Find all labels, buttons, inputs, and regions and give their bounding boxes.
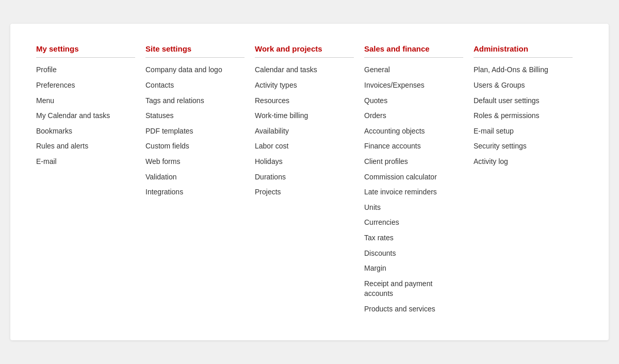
column-my-settings: My settingsProfilePreferencesMenuMy Cale… xyxy=(36,44,145,319)
column-heading-my-settings: My settings xyxy=(36,44,135,58)
menu-item-tax-rates[interactable]: Tax rates xyxy=(364,233,463,243)
menu-item-general[interactable]: General xyxy=(364,65,463,75)
menu-item-company-data-and-logo[interactable]: Company data and logo xyxy=(145,65,245,75)
menu-item-contacts[interactable]: Contacts xyxy=(145,80,245,91)
menu-item-receipt-and-payment-accounts[interactable]: Receipt and payment accounts xyxy=(364,279,463,299)
menu-item-my-calendar-and-tasks[interactable]: My Calendar and tasks xyxy=(36,111,135,121)
column-sales-and-finance: Sales and financeGeneralInvoices/Expense… xyxy=(364,44,474,319)
menu-item-units[interactable]: Units xyxy=(364,203,463,213)
menu-item-users-groups[interactable]: Users & Groups xyxy=(474,80,573,91)
menu-item-e-mail-setup[interactable]: E-mail setup xyxy=(474,126,573,137)
menu-item-preferences[interactable]: Preferences xyxy=(36,80,135,91)
menu-item-quotes[interactable]: Quotes xyxy=(364,96,463,106)
menu-item-profile[interactable]: Profile xyxy=(36,65,135,75)
menu-item-durations[interactable]: Durations xyxy=(255,172,354,183)
column-heading-sales-and-finance: Sales and finance xyxy=(364,44,463,58)
column-work-and-projects: Work and projectsCalendar and tasksActiv… xyxy=(255,44,364,319)
menu-item-bookmarks[interactable]: Bookmarks xyxy=(36,126,135,137)
settings-menu-card: My settingsProfilePreferencesMenuMy Cale… xyxy=(10,24,609,340)
column-heading-site-settings: Site settings xyxy=(145,44,245,58)
menu-item-availability[interactable]: Availability xyxy=(255,126,354,137)
menu-item-holidays[interactable]: Holidays xyxy=(255,157,354,167)
column-heading-administration: Administration xyxy=(474,44,573,58)
menu-item-projects[interactable]: Projects xyxy=(255,187,354,197)
menu-item-client-profiles[interactable]: Client profiles xyxy=(364,157,463,167)
menu-item-late-invoice-reminders[interactable]: Late invoice reminders xyxy=(364,187,463,197)
menu-item-security-settings[interactable]: Security settings xyxy=(474,141,573,152)
menu-item-accounting-objects[interactable]: Accounting objects xyxy=(364,126,463,137)
menu-item-finance-accounts[interactable]: Finance accounts xyxy=(364,141,463,152)
column-site-settings: Site settingsCompany data and logoContac… xyxy=(145,44,255,319)
menu-item-resources[interactable]: Resources xyxy=(255,96,354,106)
menu-item-orders[interactable]: Orders xyxy=(364,111,463,121)
menu-item-e-mail[interactable]: E-mail xyxy=(36,157,135,167)
column-heading-work-and-projects: Work and projects xyxy=(255,44,354,58)
menu-item-calendar-and-tasks[interactable]: Calendar and tasks xyxy=(255,65,354,75)
menu-item-activity-types[interactable]: Activity types xyxy=(255,80,354,91)
menu-item-currencies[interactable]: Currencies xyxy=(364,218,463,228)
menu-item-tags-and-relations[interactable]: Tags and relations xyxy=(145,96,245,106)
menu-item-custom-fields[interactable]: Custom fields xyxy=(145,141,245,152)
menu-item-validation[interactable]: Validation xyxy=(145,172,245,183)
menu-item-products-and-services[interactable]: Products and services xyxy=(364,304,463,315)
menu-item-plan-add-ons-billing[interactable]: Plan, Add-Ons & Billing xyxy=(474,65,573,75)
menu-item-invoices-expenses[interactable]: Invoices/Expenses xyxy=(364,80,463,91)
menu-item-margin[interactable]: Margin xyxy=(364,263,463,274)
menu-item-statuses[interactable]: Statuses xyxy=(145,111,245,121)
menu-item-activity-log[interactable]: Activity log xyxy=(474,157,573,167)
menu-item-integrations[interactable]: Integrations xyxy=(145,187,245,197)
menu-item-rules-and-alerts[interactable]: Rules and alerts xyxy=(36,141,135,152)
menu-item-default-user-settings[interactable]: Default user settings xyxy=(474,96,573,106)
columns-container: My settingsProfilePreferencesMenuMy Cale… xyxy=(36,44,583,319)
menu-item-web-forms[interactable]: Web forms xyxy=(145,157,245,167)
menu-item-pdf-templates[interactable]: PDF templates xyxy=(145,126,245,137)
menu-item-roles-permissions[interactable]: Roles & permissions xyxy=(474,111,573,121)
menu-item-labor-cost[interactable]: Labor cost xyxy=(255,141,354,152)
menu-item-discounts[interactable]: Discounts xyxy=(364,249,463,259)
menu-item-commission-calculator[interactable]: Commission calculator xyxy=(364,172,463,183)
column-administration: AdministrationPlan, Add-Ons & BillingUse… xyxy=(474,44,583,319)
menu-item-menu[interactable]: Menu xyxy=(36,96,135,106)
menu-item-work-time-billing[interactable]: Work-time billing xyxy=(255,111,354,121)
